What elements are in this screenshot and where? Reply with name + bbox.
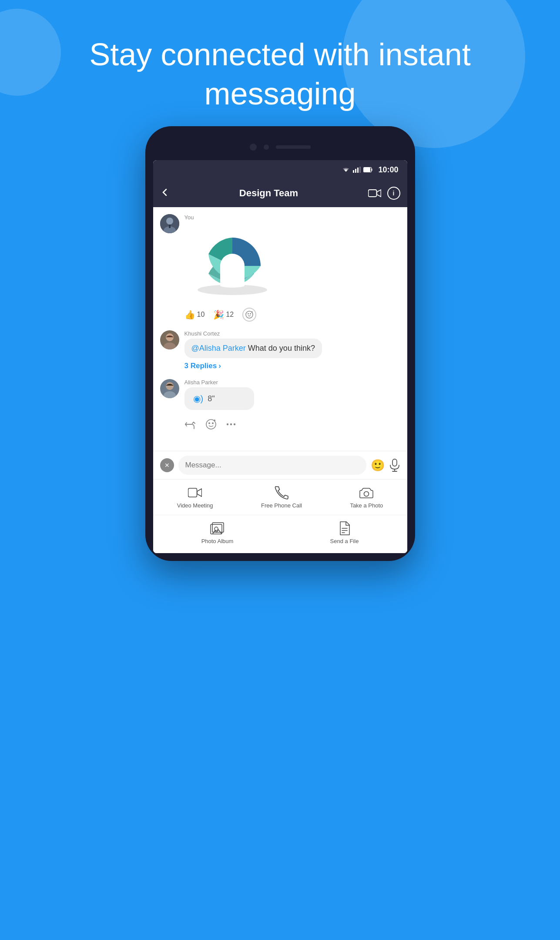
actions-row-1: Video Meeting Free Phone Call	[153, 480, 407, 515]
message-content-2: Khushi Cortez @Alisha Parker What do you…	[184, 330, 400, 370]
send-file-label: Send a File	[330, 538, 359, 544]
reply-icon[interactable]	[184, 419, 197, 430]
svg-point-9	[166, 218, 173, 225]
phone-call-button[interactable]: Free Phone Call	[261, 486, 302, 509]
message-text-2: What do you think?	[246, 344, 315, 352]
sender-khushi: Khushi Cortez	[184, 330, 400, 337]
avatar-alisha-svg	[160, 379, 179, 398]
chevron-right-icon: ›	[218, 362, 221, 370]
camera-dot-1	[250, 144, 257, 151]
svg-rect-15	[220, 266, 245, 285]
party-count: 12	[226, 311, 234, 319]
svg-line-29	[194, 422, 195, 423]
avatar-male-svg	[160, 214, 179, 233]
svg-point-36	[226, 423, 228, 425]
status-icons	[342, 167, 373, 173]
svg-point-38	[233, 423, 235, 425]
send-file-icon	[337, 521, 351, 535]
party-emoji: 🎉	[213, 309, 224, 320]
close-button[interactable]: ✕	[160, 458, 174, 472]
phone-outer: 10:00 Design Team i	[145, 126, 415, 561]
headline: Stay connected with instant messaging	[0, 35, 560, 113]
voice-bubble[interactable]: ◉) 8"	[184, 387, 254, 410]
photo-album-label: Photo Album	[201, 538, 234, 544]
phone-call-icon	[275, 486, 288, 500]
svg-rect-2	[357, 168, 359, 173]
info-button[interactable]: i	[387, 187, 400, 200]
message-group-2: Khushi Cortez @Alisha Parker What do you…	[160, 330, 400, 370]
message-group-3: Alisha Parker ◉) 8"	[160, 379, 400, 410]
video-meeting-label: Video Meeting	[177, 502, 213, 509]
thumbs-up-emoji: 👍	[184, 309, 195, 320]
wifi-icon	[342, 167, 350, 173]
status-bar: 10:00	[153, 160, 407, 179]
mic-button[interactable]	[389, 459, 400, 472]
sender-alisha: Alisha Parker	[184, 379, 400, 386]
bottom-actions: Video Meeting Free Phone Call	[153, 479, 407, 553]
chat-title: Design Team	[175, 188, 363, 199]
svg-point-32	[212, 423, 213, 423]
status-time: 10:00	[378, 165, 398, 175]
camera-icon	[359, 486, 373, 500]
svg-point-26	[166, 382, 174, 390]
message-input[interactable]	[178, 456, 366, 475]
message-content-1: You	[184, 214, 400, 322]
phone-notch	[153, 134, 407, 160]
photo-album-button[interactable]: Photo Album	[201, 521, 234, 544]
more-icon[interactable]	[225, 419, 237, 430]
svg-rect-39	[392, 459, 397, 466]
info-icon: i	[393, 190, 395, 197]
replies-button[interactable]: 3 Replies ›	[184, 362, 400, 370]
svg-point-37	[230, 423, 231, 425]
svg-point-46	[215, 527, 218, 530]
back-button[interactable]	[160, 186, 170, 200]
svg-point-17	[248, 313, 249, 314]
reaction-party[interactable]: 🎉 12	[213, 309, 234, 320]
react-icon[interactable]	[205, 419, 217, 430]
actions-row-2: Photo Album Send a File	[153, 515, 407, 553]
battery-icon	[363, 167, 373, 172]
avatar-alisha	[160, 379, 179, 398]
video-call-icon[interactable]	[368, 189, 381, 198]
avatar-user	[160, 214, 179, 233]
svg-rect-1	[355, 169, 356, 173]
input-area: ✕ 🙂	[153, 451, 407, 479]
phone-mockup: 10:00 Design Team i	[145, 126, 415, 561]
camera-dot-2	[264, 144, 269, 150]
message-content-3: Alisha Parker ◉) 8"	[184, 379, 400, 410]
voice-wave-icon: ◉)	[193, 393, 204, 404]
phone-call-label: Free Phone Call	[261, 502, 302, 509]
reaction-thumbs-up[interactable]: 👍 10	[184, 309, 205, 320]
svg-rect-5	[364, 168, 370, 172]
take-photo-label: Take a Photo	[350, 502, 383, 509]
chat-area: You	[153, 207, 407, 451]
svg-point-18	[250, 313, 251, 314]
svg-point-31	[208, 423, 209, 423]
mention-alisha: @Alisha Parker	[191, 344, 246, 352]
svg-rect-3	[359, 167, 361, 173]
sender-you: You	[184, 214, 400, 221]
photo-album-icon	[210, 521, 224, 535]
take-photo-button[interactable]: Take a Photo	[350, 486, 383, 509]
svg-rect-42	[188, 488, 197, 497]
voice-duration: 8"	[208, 394, 215, 403]
header-icons: i	[368, 187, 400, 200]
video-meeting-button[interactable]: Video Meeting	[177, 486, 213, 509]
speaker-bar	[276, 145, 311, 149]
video-meeting-icon	[188, 486, 202, 500]
emoji-button[interactable]: 🙂	[371, 459, 385, 472]
app-header: Design Team i	[153, 179, 407, 207]
signal-icon	[353, 167, 361, 173]
message-group-1: You	[160, 214, 400, 322]
add-reaction-button[interactable]	[242, 308, 256, 322]
svg-rect-7	[368, 190, 376, 197]
message-bubble-2: @Alisha Parker What do you think?	[184, 339, 322, 358]
avatar-khushi-svg	[160, 330, 179, 349]
reactions: 👍 10 🎉 12	[184, 308, 400, 322]
replies-label: 3 Replies	[184, 362, 217, 370]
send-file-button[interactable]: Send a File	[330, 521, 359, 544]
svg-rect-11	[169, 225, 171, 228]
thumbs-up-count: 10	[197, 311, 205, 319]
svg-point-43	[364, 492, 369, 497]
message-actions	[184, 419, 400, 430]
